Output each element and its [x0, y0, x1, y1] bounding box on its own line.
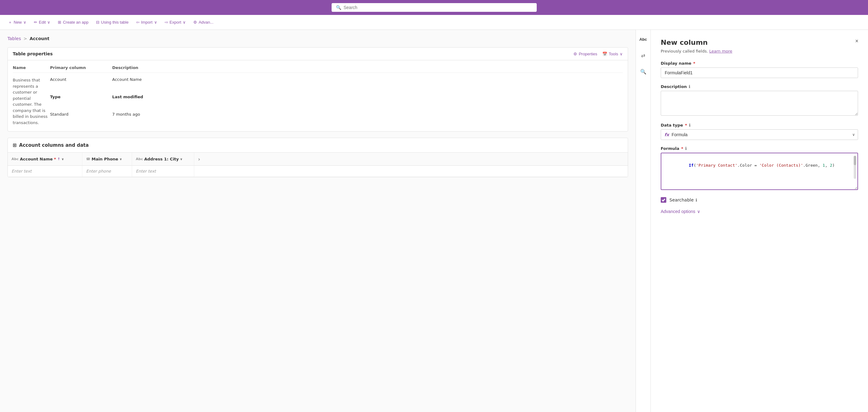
searchable-checkbox[interactable]: [661, 197, 666, 203]
display-name-input[interactable]: [661, 67, 858, 78]
last-mod-label: Last modified: [112, 94, 623, 109]
share-icon: ⇄: [641, 53, 645, 58]
share-icon-button[interactable]: ⇄: [638, 50, 649, 61]
scrollbar-track: [854, 156, 856, 179]
import-icon: ⇦: [136, 20, 140, 25]
export-icon: ⇨: [165, 20, 168, 25]
data-type-group: Data type * ℹ fx Formula Text Number Dat…: [661, 123, 858, 140]
text-icon: Abc: [11, 157, 19, 161]
sort-asc-icon[interactable]: ↑: [57, 157, 60, 161]
chevron-down-icon: ∨: [23, 20, 26, 25]
chevron-down-icon[interactable]: ∨: [62, 157, 64, 161]
data-type-select-wrapper: fx Formula Text Number Date ∨: [661, 129, 858, 140]
data-type-select[interactable]: Formula Text Number Date: [661, 129, 858, 140]
cell-enter-text-1[interactable]: Enter text: [8, 166, 82, 177]
chevron-down-icon: ∨: [154, 20, 157, 25]
magnify-icon: 🔍: [640, 69, 646, 75]
data-table-header: Abc Account Name * ↑ ∨ ☎ Main Phone ∨ Ab…: [8, 153, 628, 166]
gear-icon: ⚙: [574, 52, 577, 56]
searchable-info-icon: ℹ: [695, 198, 697, 202]
cell-enter-phone[interactable]: Enter phone: [82, 166, 132, 177]
pencil-icon: ✏: [34, 20, 37, 25]
create-app-button[interactable]: ⊞ Create an app: [55, 18, 91, 26]
name-header: Name: [13, 65, 50, 73]
chevron-down-icon: ∨: [620, 52, 623, 56]
text-icon: Abc: [136, 157, 143, 161]
panel-subtitle: Previously called fields. Learn more: [661, 49, 858, 54]
description-label: Description ℹ: [661, 84, 858, 89]
data-type-info-icon: ℹ: [689, 123, 690, 127]
close-button[interactable]: ×: [852, 36, 862, 46]
top-bar: 🔍: [0, 0, 868, 15]
new-button[interactable]: ＋ New ∨: [5, 18, 30, 27]
chevron-down-icon: ∨: [183, 20, 186, 25]
main-layout: Tables > Account Table properties ⚙ Prop…: [0, 30, 868, 412]
import-button[interactable]: ⇦ Import ∨: [133, 18, 160, 26]
col-header-extra: ›: [194, 153, 213, 166]
primary-col-value: Account Name: [112, 77, 623, 91]
required-star: *: [681, 146, 683, 151]
table-properties-header: Table properties ⚙ Properties 📅 Tools ∨: [8, 48, 628, 60]
search-input[interactable]: [344, 5, 532, 10]
formula-label: Formula * ℹ: [661, 146, 858, 151]
abc-icon: Abc: [639, 37, 647, 42]
filter-icon: ⚙: [193, 20, 197, 25]
search-box[interactable]: 🔍: [332, 3, 537, 12]
chevron-down-icon[interactable]: ∨: [180, 157, 182, 161]
advanced-button[interactable]: ⚙ Advan...: [190, 18, 217, 26]
table-properties-grid: Name Primary column Description Account …: [8, 60, 628, 131]
required-star: *: [685, 123, 687, 127]
checkmark-icon: [662, 198, 665, 202]
type-value: Standard: [50, 111, 112, 126]
side-icons-panel: Abc ⇄ 🔍: [636, 30, 650, 412]
edit-button[interactable]: ✏ Edit ∨: [31, 18, 54, 26]
columns-title: Account columns and data: [19, 142, 89, 148]
display-name-label: Display name *: [661, 61, 858, 66]
left-panel: Tables > Account Table properties ⚙ Prop…: [0, 30, 636, 412]
col2-name: Main Phone: [92, 157, 118, 161]
breadcrumb: Tables > Account: [7, 36, 628, 41]
abc-icon-button[interactable]: Abc: [638, 34, 649, 45]
formula-box-wrapper: If('Primary Contact'.Color = 'Color (Con…: [661, 153, 858, 191]
scrollbar-thumb[interactable]: [854, 156, 856, 165]
header-actions: ⚙ Properties 📅 Tools ∨: [574, 52, 623, 56]
plus-icon: ＋: [8, 20, 12, 25]
description-textarea[interactable]: [661, 91, 858, 116]
table-grid-icon: ⊞: [13, 142, 17, 148]
name-value: Account: [50, 77, 112, 91]
properties-button[interactable]: ⚙ Properties: [574, 52, 597, 56]
advanced-options-button[interactable]: Advanced options ∨: [661, 209, 700, 214]
type-label: Type: [50, 94, 112, 109]
new-column-panel: × New column Previously called fields. L…: [650, 30, 868, 412]
col1-name: Account Name: [20, 157, 53, 161]
chevron-down-icon: ∨: [47, 20, 50, 25]
col3-name: Address 1: City: [144, 157, 179, 161]
learn-more-link[interactable]: Learn more: [709, 49, 732, 54]
breadcrumb-tables-link[interactable]: Tables: [7, 36, 21, 41]
table-row: Enter text Enter phone Enter text: [8, 166, 628, 177]
panel-title: New column: [661, 38, 858, 46]
description-header: Description: [112, 65, 623, 73]
columns-card: ⊞ Account columns and data Abc Account N…: [7, 138, 628, 177]
display-name-group: Display name *: [661, 61, 858, 78]
col-header-city[interactable]: Abc Address 1: City ∨: [132, 153, 194, 166]
using-table-button[interactable]: ⊟ Using this table: [93, 18, 132, 26]
col-header-account-name[interactable]: Abc Account Name * ↑ ∨: [8, 153, 82, 166]
formula-textarea[interactable]: [661, 153, 858, 190]
chevron-down-icon[interactable]: ∨: [119, 157, 122, 161]
primary-col-header: Primary column: [50, 65, 112, 73]
search-magnify-icon-button[interactable]: 🔍: [638, 66, 649, 77]
export-button[interactable]: ⇨ Export ∨: [162, 18, 189, 26]
search-icon: 🔍: [336, 5, 341, 10]
cell-enter-text-2[interactable]: Enter text: [132, 166, 194, 177]
phone-icon: ☎: [86, 157, 90, 161]
description-info-icon: ℹ: [689, 84, 690, 89]
toolbar: ＋ New ∨ ✏ Edit ∨ ⊞ Create an app ⊟ Using…: [0, 15, 868, 30]
description-group: Description ℹ: [661, 84, 858, 117]
searchable-label: Searchable ℹ: [670, 198, 697, 202]
col-header-main-phone[interactable]: ☎ Main Phone ∨: [82, 153, 132, 166]
tools-button[interactable]: 📅 Tools ∨: [602, 52, 623, 56]
table-properties-title: Table properties: [13, 51, 53, 56]
searchable-row: Searchable ℹ: [661, 197, 858, 203]
col1-required: *: [54, 157, 56, 161]
